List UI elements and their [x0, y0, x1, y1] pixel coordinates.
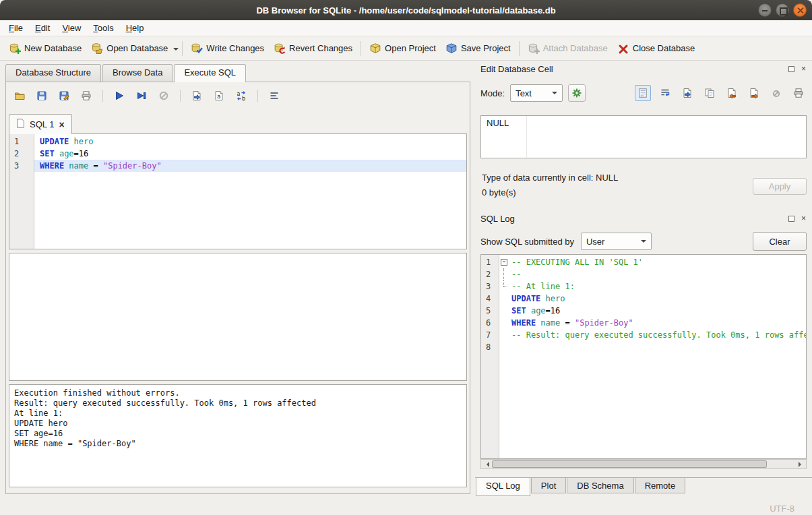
chevron-down-icon [641, 240, 646, 245]
clear-button[interactable]: Clear [753, 232, 807, 251]
menu-tools[interactable]: Tools [87, 21, 119, 35]
word-wrap-icon[interactable] [657, 85, 673, 101]
menu-file[interactable]: File [3, 21, 29, 35]
line-number: 6 [481, 317, 499, 329]
window-controls [758, 3, 807, 17]
tab-execute-sql[interactable]: Execute SQL [174, 64, 246, 82]
submitter-select[interactable]: User [581, 233, 652, 250]
fold-marker-icon[interactable] [499, 256, 510, 268]
text-view-icon[interactable] [635, 85, 651, 101]
toolbar-separator [519, 41, 520, 56]
cell-value-editor[interactable]: NULL [480, 115, 807, 158]
find-icon[interactable]: a [211, 88, 227, 104]
chevron-down-icon [552, 92, 557, 97]
scrollbar-thumb[interactable] [492, 460, 767, 468]
line-number: 3 [481, 280, 499, 293]
close-panel-icon[interactable]: × [799, 214, 808, 223]
open-database-button[interactable]: Open Database [86, 39, 173, 58]
find-replace-icon[interactable]: ab [233, 88, 249, 104]
close-database-icon [617, 42, 629, 55]
sql-editor[interactable]: 1UPDATE hero2SET age=163WHERE name = "Sp… [9, 133, 467, 249]
toolbar-separator [361, 41, 361, 56]
export-cell-icon[interactable] [746, 85, 762, 101]
fold-marker-icon [499, 293, 510, 305]
set-null-icon[interactable] [768, 85, 784, 101]
fold-marker-icon [499, 329, 510, 341]
open-database-dropdown[interactable] [173, 48, 179, 53]
submitter-value: User [586, 237, 604, 247]
save-project-icon [445, 42, 458, 55]
log-horizontal-scrollbar[interactable] [480, 459, 807, 469]
revert-changes-button[interactable]: Revert Changes [269, 39, 357, 58]
window-close-button[interactable] [793, 3, 807, 17]
cell-value: NULL [487, 118, 509, 128]
save-sql-file-icon[interactable] [34, 88, 50, 104]
tab-sql-log[interactable]: SQL Log [476, 478, 530, 496]
float-panel-icon[interactable] [787, 214, 796, 223]
sql-tab-label: SQL 1 [30, 119, 54, 129]
tab-db-schema[interactable]: DB Schema [567, 478, 633, 493]
apply-button: Apply [753, 178, 807, 195]
auto-apply-icon[interactable] [568, 84, 586, 102]
open-project-button[interactable]: Open Project [365, 39, 441, 58]
save-project-button[interactable]: Save Project [441, 39, 516, 58]
code-line: 3WHERE name = "Spider-Boy" [9, 160, 466, 172]
close-panel-icon[interactable]: × [799, 65, 808, 73]
float-panel-icon[interactable] [787, 65, 796, 73]
copy-cell-icon[interactable] [701, 85, 718, 101]
new-database-button[interactable]: New Database [4, 39, 86, 58]
maximize-button[interactable] [776, 3, 789, 17]
execute-all-icon[interactable] [111, 88, 127, 104]
open-in-editor-icon[interactable] [679, 85, 695, 101]
tab-plot[interactable]: Plot [531, 478, 566, 493]
sql-log-filter-row: Show SQL submitted by User Clear [480, 232, 807, 251]
sql-editor-tab[interactable]: SQL 1 × [9, 114, 72, 134]
save-sql-as-icon[interactable] [56, 88, 72, 104]
close-database-button[interactable]: Close Database [613, 39, 700, 58]
code-line: 7-- Result: query executed successfully.… [481, 329, 806, 341]
open-project-label: Open Project [385, 43, 436, 53]
mode-select[interactable]: Text [510, 84, 563, 102]
tab-remote[interactable]: Remote [635, 478, 686, 493]
attach-database-icon [528, 42, 540, 55]
import-cell-icon[interactable] [724, 85, 740, 101]
tab-database-structure[interactable]: Database Structure [5, 64, 101, 82]
format-icon[interactable] [266, 88, 282, 104]
mode-label: Mode: [480, 88, 505, 98]
line-number: 7 [481, 329, 499, 341]
open-database-icon [91, 42, 103, 55]
menu-view[interactable]: View [56, 21, 87, 35]
tab-browse-data[interactable]: Browse Data [102, 64, 173, 82]
code-line: 8 [481, 341, 806, 353]
line-number: 1 [481, 256, 499, 268]
write-changes-button[interactable]: Write Changes [186, 39, 269, 58]
svg-text:a: a [237, 91, 241, 97]
revert-changes-icon [274, 42, 286, 55]
print-icon[interactable] [78, 88, 94, 104]
print-cell-icon[interactable] [790, 85, 807, 101]
menu-edit[interactable]: Edit [29, 21, 56, 35]
sql-log-view[interactable]: 1-- EXECUTING ALL IN 'SQL 1'2--3-- At li… [480, 254, 807, 459]
fold-marker-icon [499, 280, 510, 293]
open-sql-file-icon[interactable] [11, 88, 28, 104]
results-grid[interactable] [9, 253, 467, 381]
menu-help[interactable]: Help [120, 21, 150, 35]
statusbar: UTF-8 [0, 502, 812, 515]
sql-tab-close-icon[interactable]: × [59, 120, 64, 129]
execute-line-icon[interactable] [133, 88, 150, 104]
sql-log-header: SQL Log × [475, 210, 812, 226]
menu-edit-rest: dit [41, 23, 51, 33]
open-in-tab-icon[interactable] [189, 88, 205, 104]
open-project-icon [369, 42, 381, 55]
cell-icon-group [635, 85, 807, 101]
scroll-left-icon[interactable] [481, 460, 491, 468]
filter-label: Show SQL submitted by [480, 237, 574, 247]
toolbar-separator [257, 90, 258, 102]
minimize-button[interactable] [758, 3, 772, 17]
output-line: UPDATE hero [14, 419, 462, 429]
menubar: File Edit View Tools Help [0, 20, 812, 36]
revert-changes-label: Revert Changes [289, 43, 352, 53]
scroll-right-icon[interactable] [796, 460, 806, 468]
menu-file-rest: ile [14, 23, 23, 33]
encoding-indicator[interactable]: UTF-8 [770, 504, 794, 514]
